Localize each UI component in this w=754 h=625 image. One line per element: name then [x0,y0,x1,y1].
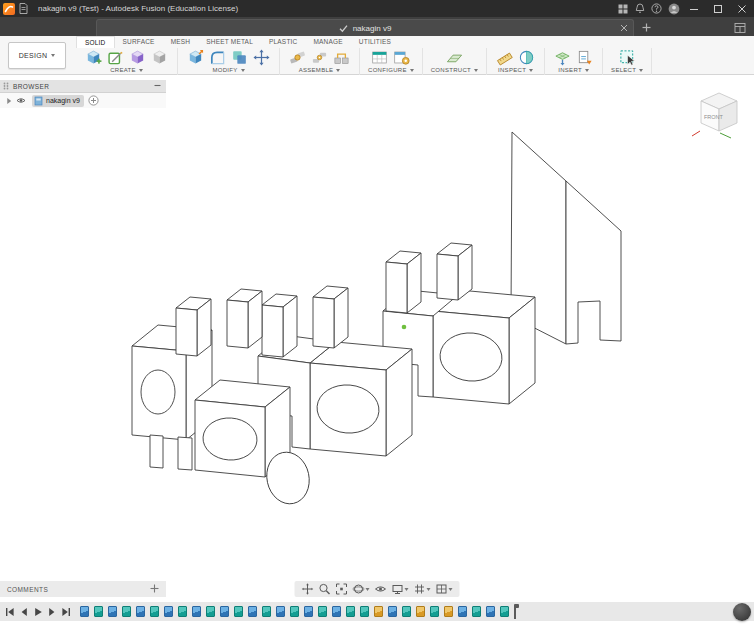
browser-header[interactable]: BROWSER [0,80,166,93]
timeline-feature-extrude-26[interactable] [430,606,439,617]
tab-list-icon[interactable] [734,20,746,38]
timeline-feature-extrude-2[interactable] [94,606,103,617]
extensions-icon[interactable] [614,0,631,17]
root-component-chip[interactable]: nakagin v9 [32,95,84,107]
as-built-joint-icon[interactable] [310,48,329,66]
add-comment-icon[interactable] [150,584,159,594]
minimize-button[interactable] [682,0,706,17]
ribbon-group-label-create[interactable]: CREATE [110,67,143,73]
timeline-feature-sketch-28[interactable] [458,606,467,617]
configuration-table-icon[interactable] [370,48,389,66]
timeline-feature-extrude-12[interactable] [234,606,243,617]
section-analysis-icon[interactable] [517,48,536,66]
ribbon-group-label-inspect[interactable]: INSPECT [498,67,533,73]
ribbon-tab-surface[interactable]: SURFACE [115,36,163,48]
step-back-icon[interactable] [18,606,29,618]
new-tab-button[interactable] [640,21,653,34]
notifications-bell-icon[interactable] [631,0,648,17]
timeline-feature-extrude-21[interactable] [360,606,369,617]
display-settings-icon[interactable] [390,581,411,597]
timeline-feature-extrude-29[interactable] [472,606,481,617]
zoom-icon[interactable] [317,581,333,597]
combine-icon[interactable] [230,48,249,66]
timeline-feature-extrude-14[interactable] [262,606,271,617]
timeline-feature-extrude-4[interactable] [122,606,131,617]
play-icon[interactable] [32,606,43,618]
insert-mesh-icon[interactable] [553,48,572,66]
origin-point[interactable] [402,325,407,330]
chevron-down-icon[interactable] [366,588,370,591]
timeline-feature-extrude-6[interactable] [150,606,159,617]
ribbon-group-label-configure[interactable]: CONFIGURE [368,67,414,73]
ribbon-tab-manage[interactable]: MANAGE [305,36,350,48]
browser-root-row[interactable]: nakagin v9 [0,93,166,108]
timeline-feature-extrude-20[interactable] [346,606,355,617]
primitive-box-icon[interactable] [150,48,169,66]
tab-close-icon[interactable] [620,24,628,34]
file-menu-icon[interactable] [15,0,32,17]
chevron-down-icon[interactable] [449,588,453,591]
workspace-selector[interactable]: DESIGN [8,42,66,69]
rigid-group-icon[interactable] [332,48,351,66]
insert-derive-icon[interactable] [575,48,594,66]
timeline-feature-sketch-13[interactable] [248,606,257,617]
select-window-icon[interactable] [618,48,637,66]
timeline-feature-sketch-19[interactable] [332,606,341,617]
timeline-feature-joint-22[interactable] [374,606,383,617]
press-pull-icon[interactable] [186,48,205,66]
timeline-feature-joint-25[interactable] [416,606,425,617]
look-at-icon[interactable] [373,581,389,597]
timeline-feature-sketch-1[interactable] [80,606,89,617]
fusion-app-icon[interactable] [3,3,15,15]
timeline-feature-sketch-23[interactable] [388,606,397,617]
timeline-feature-extrude-18[interactable] [318,606,327,617]
browser-collapse-button[interactable] [154,82,161,90]
joint-icon[interactable] [288,48,307,66]
timeline-feature-sketch-9[interactable] [192,606,201,617]
expand-caret-icon[interactable] [5,97,13,105]
timeline-feature-sketch-11[interactable] [220,606,229,617]
visibility-eye-icon[interactable] [16,96,26,105]
ribbon-tab-plastic[interactable]: PLASTIC [261,36,306,48]
ribbon-tab-utilities[interactable]: UTILITIES [351,36,399,48]
circle-plus-icon[interactable] [88,95,99,106]
timeline-feature-joint-27[interactable] [444,606,453,617]
timeline-feature-sketch-15[interactable] [276,606,285,617]
comments-panel[interactable]: COMMENTS [0,581,166,597]
go-to-start-icon[interactable] [4,606,15,618]
ribbon-tab-solid[interactable]: SOLID [76,36,115,48]
chevron-down-icon[interactable] [405,588,409,591]
timeline-feature-extrude-10[interactable] [206,606,215,617]
fillet-icon[interactable] [208,48,227,66]
user-avatar[interactable] [665,0,682,17]
assistant-button[interactable] [733,603,751,621]
timeline-feature-extrude-16[interactable] [290,606,299,617]
grid-snaps-icon[interactable] [412,581,433,597]
timeline-feature-sketch-17[interactable] [304,606,313,617]
ribbon-tab-sheet-metal[interactable]: SHEET METAL [198,36,261,48]
ribbon-tab-mesh[interactable]: MESH [163,36,199,48]
fit-icon[interactable] [334,581,350,597]
construct-plane-icon[interactable] [445,48,464,66]
timeline-feature-extrude-24[interactable] [402,606,411,617]
create-sketch-icon[interactable] [106,48,125,66]
timeline-feature-sketch-30[interactable] [486,606,495,617]
timeline-feature-sketch-7[interactable] [164,606,173,617]
viewports-icon[interactable] [434,581,455,597]
pan-icon[interactable] [300,581,316,597]
measure-icon[interactable] [495,48,514,66]
timeline-feature-extrude-31[interactable] [500,606,509,617]
timeline-feature-extrude-8[interactable] [178,606,187,617]
timeline-feature-sketch-3[interactable] [108,606,117,617]
panel-grip-icon[interactable] [3,82,9,90]
timeline-playhead[interactable] [514,605,516,619]
ribbon-group-label-insert[interactable]: INSERT [558,67,589,73]
ribbon-group-label-construct[interactable]: CONSTRUCT [431,67,478,73]
model-canvas[interactable] [0,75,754,581]
close-button[interactable] [730,0,754,17]
configure-features-icon[interactable] [392,48,411,66]
timeline-feature-sketch-5[interactable] [136,606,145,617]
ribbon-group-label-assemble[interactable]: ASSEMBLE [299,67,341,73]
step-forward-icon[interactable] [46,606,57,618]
ribbon-group-label-modify[interactable]: MODIFY [212,67,244,73]
